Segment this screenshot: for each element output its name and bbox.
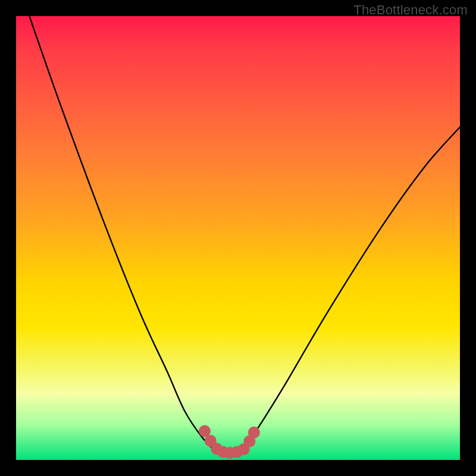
chart-frame: TheBottleneck.com xyxy=(0,0,476,476)
highlight-dot xyxy=(248,427,260,439)
chart-plot-area xyxy=(16,16,460,460)
bottleneck-curve-path xyxy=(29,16,460,456)
highlight-dots-group xyxy=(199,425,260,459)
watermark-text: TheBottleneck.com xyxy=(353,2,468,18)
chart-svg xyxy=(16,16,460,460)
